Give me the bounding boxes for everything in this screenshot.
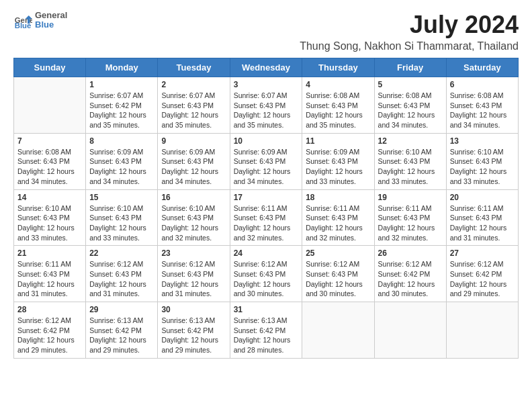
calendar-cell: 19Sunrise: 6:11 AMSunset: 6:43 PMDayligh… xyxy=(374,189,446,246)
calendar-cell xyxy=(302,302,374,359)
day-number: 12 xyxy=(378,136,443,146)
calendar-header-row: SundayMondayTuesdayWednesdayThursdayFrid… xyxy=(14,58,519,77)
day-info: Sunrise: 6:08 AMSunset: 6:43 PMDaylight:… xyxy=(306,91,370,130)
day-info: Sunrise: 6:09 AMSunset: 6:43 PMDaylight:… xyxy=(89,147,154,187)
day-info: Sunrise: 6:11 AMSunset: 6:43 PMDaylight:… xyxy=(378,203,443,243)
calendar-cell: 13Sunrise: 6:10 AMSunset: 6:43 PMDayligh… xyxy=(446,133,518,189)
day-number: 1 xyxy=(89,80,154,89)
day-number: 26 xyxy=(378,248,443,258)
day-info: Sunrise: 6:13 AMSunset: 6:42 PMDaylight:… xyxy=(161,316,226,355)
logo-icon: General Blue xyxy=(13,11,32,30)
day-info: Sunrise: 6:12 AMSunset: 6:43 PMDaylight:… xyxy=(306,259,370,299)
calendar-cell: 23Sunrise: 6:12 AMSunset: 6:43 PMDayligh… xyxy=(158,246,230,302)
subtitle: Thung Song, Nakhon Si Thammarat, Thailan… xyxy=(300,40,519,52)
weekday-header: Saturday xyxy=(446,58,518,77)
day-number: 4 xyxy=(306,80,370,89)
calendar-week-row: 28Sunrise: 6:12 AMSunset: 6:42 PMDayligh… xyxy=(14,302,519,359)
calendar-cell: 29Sunrise: 6:13 AMSunset: 6:42 PMDayligh… xyxy=(86,302,158,359)
day-info: Sunrise: 6:13 AMSunset: 6:42 PMDaylight:… xyxy=(234,316,299,355)
calendar-week-row: 21Sunrise: 6:11 AMSunset: 6:43 PMDayligh… xyxy=(14,246,519,302)
calendar-cell: 26Sunrise: 6:12 AMSunset: 6:42 PMDayligh… xyxy=(374,246,446,302)
day-info: Sunrise: 6:07 AMSunset: 6:43 PMDaylight:… xyxy=(234,91,299,130)
day-info: Sunrise: 6:07 AMSunset: 6:43 PMDaylight:… xyxy=(161,91,226,130)
day-info: Sunrise: 6:09 AMSunset: 6:43 PMDaylight:… xyxy=(306,147,370,187)
day-number: 16 xyxy=(161,193,226,202)
calendar-cell: 20Sunrise: 6:11 AMSunset: 6:43 PMDayligh… xyxy=(446,189,518,246)
day-number: 7 xyxy=(17,136,82,146)
day-number: 2 xyxy=(161,80,226,89)
day-info: Sunrise: 6:10 AMSunset: 6:43 PMDaylight:… xyxy=(378,147,443,187)
calendar-cell: 28Sunrise: 6:12 AMSunset: 6:42 PMDayligh… xyxy=(14,302,86,359)
weekday-header: Tuesday xyxy=(158,58,230,77)
calendar-cell: 8Sunrise: 6:09 AMSunset: 6:43 PMDaylight… xyxy=(86,133,158,189)
day-info: Sunrise: 6:12 AMSunset: 6:42 PMDaylight:… xyxy=(378,259,443,299)
day-number: 29 xyxy=(89,305,154,314)
day-number: 24 xyxy=(234,248,299,258)
calendar-cell xyxy=(14,77,86,134)
calendar-cell: 16Sunrise: 6:10 AMSunset: 6:43 PMDayligh… xyxy=(158,189,230,246)
day-number: 28 xyxy=(17,305,82,314)
calendar-cell: 12Sunrise: 6:10 AMSunset: 6:43 PMDayligh… xyxy=(374,133,446,189)
calendar-cell: 2Sunrise: 6:07 AMSunset: 6:43 PMDaylight… xyxy=(158,77,230,134)
calendar-cell: 9Sunrise: 6:09 AMSunset: 6:43 PMDaylight… xyxy=(158,133,230,189)
day-info: Sunrise: 6:12 AMSunset: 6:43 PMDaylight:… xyxy=(89,259,154,299)
calendar-cell: 17Sunrise: 6:11 AMSunset: 6:43 PMDayligh… xyxy=(230,189,302,246)
weekday-header: Sunday xyxy=(14,58,86,77)
calendar-cell: 10Sunrise: 6:09 AMSunset: 6:43 PMDayligh… xyxy=(230,133,302,189)
day-info: Sunrise: 6:08 AMSunset: 6:43 PMDaylight:… xyxy=(378,91,443,130)
day-number: 17 xyxy=(234,193,299,202)
calendar-cell: 6Sunrise: 6:08 AMSunset: 6:43 PMDaylight… xyxy=(446,77,518,134)
day-number: 27 xyxy=(450,248,515,258)
calendar-week-row: 14Sunrise: 6:10 AMSunset: 6:43 PMDayligh… xyxy=(14,189,519,246)
weekday-header: Thursday xyxy=(302,58,374,77)
day-number: 25 xyxy=(306,248,370,258)
calendar-cell xyxy=(374,302,446,359)
day-info: Sunrise: 6:12 AMSunset: 6:42 PMDaylight:… xyxy=(450,259,515,299)
weekday-header: Friday xyxy=(374,58,446,77)
day-number: 23 xyxy=(161,248,226,258)
calendar-table: SundayMondayTuesdayWednesdayThursdayFrid… xyxy=(13,58,519,359)
calendar-cell: 15Sunrise: 6:10 AMSunset: 6:43 PMDayligh… xyxy=(86,189,158,246)
logo-line1: General xyxy=(35,11,67,20)
day-info: Sunrise: 6:09 AMSunset: 6:43 PMDaylight:… xyxy=(161,147,226,187)
calendar-cell: 22Sunrise: 6:12 AMSunset: 6:43 PMDayligh… xyxy=(86,246,158,302)
day-number: 13 xyxy=(450,136,515,146)
main-title: July 2024 xyxy=(300,11,519,39)
calendar-week-row: 1Sunrise: 6:07 AMSunset: 6:42 PMDaylight… xyxy=(14,77,519,134)
calendar-cell: 7Sunrise: 6:08 AMSunset: 6:43 PMDaylight… xyxy=(14,133,86,189)
weekday-header: Monday xyxy=(86,58,158,77)
day-number: 3 xyxy=(234,80,299,89)
day-info: Sunrise: 6:12 AMSunset: 6:43 PMDaylight:… xyxy=(161,259,226,299)
calendar-cell xyxy=(446,302,518,359)
day-info: Sunrise: 6:08 AMSunset: 6:43 PMDaylight:… xyxy=(17,147,82,187)
title-block: July 2024 Thung Song, Nakhon Si Thammara… xyxy=(300,11,519,52)
calendar-cell: 24Sunrise: 6:12 AMSunset: 6:43 PMDayligh… xyxy=(230,246,302,302)
day-number: 31 xyxy=(234,305,299,314)
day-number: 30 xyxy=(161,305,226,314)
calendar-cell: 27Sunrise: 6:12 AMSunset: 6:42 PMDayligh… xyxy=(446,246,518,302)
calendar-cell: 30Sunrise: 6:13 AMSunset: 6:42 PMDayligh… xyxy=(158,302,230,359)
logo: General Blue General Blue xyxy=(13,11,67,30)
logo-line2: Blue xyxy=(35,20,67,30)
day-number: 6 xyxy=(450,80,515,89)
day-number: 22 xyxy=(89,248,154,258)
calendar-cell: 3Sunrise: 6:07 AMSunset: 6:43 PMDaylight… xyxy=(230,77,302,134)
calendar-week-row: 7Sunrise: 6:08 AMSunset: 6:43 PMDaylight… xyxy=(14,133,519,189)
day-number: 15 xyxy=(89,193,154,202)
day-number: 11 xyxy=(306,136,370,146)
calendar-cell: 5Sunrise: 6:08 AMSunset: 6:43 PMDaylight… xyxy=(374,77,446,134)
day-info: Sunrise: 6:07 AMSunset: 6:42 PMDaylight:… xyxy=(89,91,154,130)
day-info: Sunrise: 6:11 AMSunset: 6:43 PMDaylight:… xyxy=(306,203,370,243)
day-number: 10 xyxy=(234,136,299,146)
calendar-cell: 1Sunrise: 6:07 AMSunset: 6:42 PMDaylight… xyxy=(86,77,158,134)
day-number: 20 xyxy=(450,193,515,202)
calendar-cell: 14Sunrise: 6:10 AMSunset: 6:43 PMDayligh… xyxy=(14,189,86,246)
calendar-cell: 18Sunrise: 6:11 AMSunset: 6:43 PMDayligh… xyxy=(302,189,374,246)
calendar-cell: 11Sunrise: 6:09 AMSunset: 6:43 PMDayligh… xyxy=(302,133,374,189)
day-info: Sunrise: 6:13 AMSunset: 6:42 PMDaylight:… xyxy=(89,316,154,355)
calendar-cell: 21Sunrise: 6:11 AMSunset: 6:43 PMDayligh… xyxy=(14,246,86,302)
calendar-cell: 31Sunrise: 6:13 AMSunset: 6:42 PMDayligh… xyxy=(230,302,302,359)
day-info: Sunrise: 6:09 AMSunset: 6:43 PMDaylight:… xyxy=(234,147,299,187)
day-info: Sunrise: 6:11 AMSunset: 6:43 PMDaylight:… xyxy=(17,259,82,299)
day-info: Sunrise: 6:08 AMSunset: 6:43 PMDaylight:… xyxy=(450,91,515,130)
